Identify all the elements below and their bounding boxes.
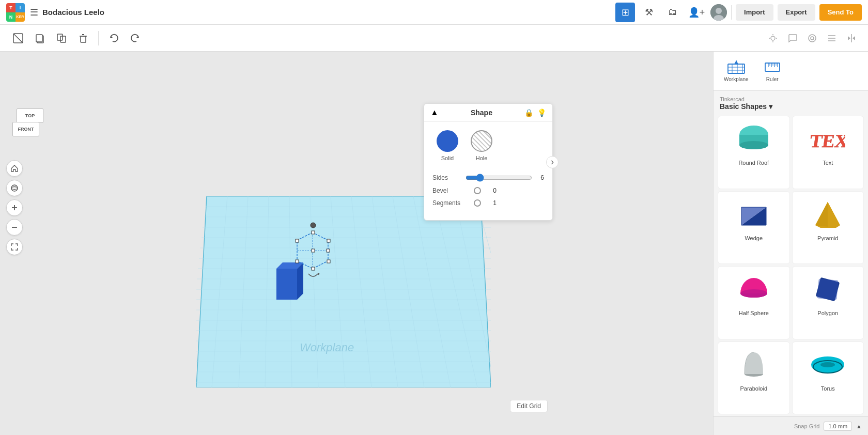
snap-grid-dropdown-icon[interactable]: ▲ — [856, 423, 862, 429]
portfolio-button[interactable]: 🗂 — [663, 3, 683, 22]
export-button[interactable]: Export — [778, 4, 815, 21]
info-icon[interactable]: 💡 — [537, 108, 546, 117]
shape-item-polygon[interactable]: Polygon — [792, 266, 864, 339]
segments-label: Segments — [432, 199, 474, 207]
svg-rect-6 — [36, 35, 42, 42]
duplicate-button[interactable] — [52, 28, 71, 48]
solid-option[interactable]: Solid — [437, 130, 458, 161]
align-icon[interactable] — [824, 30, 840, 46]
tools-button[interactable]: ⚒ — [639, 3, 659, 22]
svg-marker-89 — [734, 60, 738, 64]
svg-marker-13 — [136, 36, 138, 38]
fit-button[interactable] — [6, 239, 23, 255]
segments-dot[interactable] — [474, 199, 481, 207]
round-roof-thumb — [735, 120, 772, 158]
import-button[interactable]: Import — [736, 4, 773, 21]
svg-rect-74 — [327, 260, 330, 263]
svg-point-28 — [11, 187, 18, 190]
zoom-out-button[interactable] — [6, 219, 23, 236]
svg-point-80 — [311, 223, 316, 228]
svg-marker-68 — [297, 262, 303, 300]
document-icon[interactable]: ☰ — [30, 7, 38, 18]
sides-value: 6 — [537, 174, 544, 181]
shape-panel-icons: 🔒 💡 — [524, 108, 546, 117]
new-workplane-button[interactable] — [8, 28, 28, 48]
comment-icon[interactable] — [784, 30, 801, 46]
svg-marker-108 — [815, 202, 828, 227]
svg-point-116 — [820, 362, 835, 367]
view-cube-top[interactable]: TOP — [17, 108, 43, 123]
polygon-thumb — [809, 271, 846, 308]
svg-rect-112 — [817, 278, 839, 300]
shape-params: Sides 6 Bevel 0 Segments 1 — [424, 169, 552, 220]
send-to-button[interactable]: Send To — [819, 4, 862, 21]
undo-button[interactable] — [104, 28, 123, 48]
svg-point-110 — [740, 289, 767, 298]
torus-name: Torus — [821, 385, 835, 392]
light-icon[interactable] — [765, 30, 781, 46]
svg-text:Workplane: Workplane — [300, 341, 354, 354]
ruler-icon — [763, 60, 782, 74]
shapes-brand: Tinkercad — [720, 96, 772, 102]
svg-rect-73 — [327, 239, 330, 242]
svg-marker-32 — [196, 196, 491, 387]
view-cube-front[interactable]: FRONT — [12, 122, 39, 136]
project-title: Bodacious Leelo — [42, 8, 615, 17]
shape-gen-icon[interactable] — [804, 30, 820, 46]
svg-text:TEXT: TEXT — [810, 131, 845, 151]
svg-rect-9 — [81, 36, 86, 42]
svg-point-14 — [771, 36, 775, 40]
shape-panel: ▲ Shape 🔒 💡 Solid Hole — [424, 103, 553, 221]
half-sphere-thumb — [735, 271, 772, 308]
paraboloid-thumb — [735, 346, 772, 383]
shape-item-half-sphere[interactable]: Half Sphere — [718, 266, 790, 339]
sides-slider[interactable] — [466, 174, 532, 182]
ruler-button[interactable]: Ruler — [758, 57, 787, 85]
snap-grid-value[interactable]: 1.0 mm — [824, 422, 852, 431]
paraboloid-name: Paraboloid — [740, 385, 767, 392]
shape-item-paraboloid[interactable]: Paraboloid — [718, 341, 790, 415]
workplane-label: Workplane — [724, 76, 749, 82]
redo-button[interactable] — [126, 28, 145, 48]
copy-button[interactable] — [30, 28, 50, 48]
panel-expand-arrow[interactable]: › — [546, 156, 559, 168]
view-cube[interactable]: TOP FRONT — [12, 108, 48, 150]
lock-icon[interactable]: 🔒 — [524, 108, 533, 117]
zoom-in-button[interactable] — [6, 199, 23, 216]
user-avatar[interactable] — [710, 4, 727, 21]
svg-rect-78 — [312, 249, 315, 252]
tinkercad-logo[interactable]: T I N KER — [6, 3, 25, 22]
shape-item-text[interactable]: TEXT TEXT Text — [792, 116, 864, 189]
category-dropdown-icon[interactable]: ▾ — [769, 102, 772, 111]
svg-marker-26 — [853, 36, 855, 40]
logo-n: N — [6, 12, 16, 22]
delete-button[interactable] — [73, 28, 93, 48]
bevel-dot[interactable] — [474, 187, 481, 194]
shape-item-pyramid[interactable]: Pyramid — [792, 191, 864, 265]
add-person-button[interactable]: 👤+ — [687, 3, 706, 22]
sides-param-row: Sides 6 — [432, 174, 544, 182]
workplane-button[interactable]: Workplane — [719, 57, 754, 85]
shape-item-torus[interactable]: Torus — [792, 341, 864, 415]
home-button[interactable] — [6, 160, 23, 177]
edit-grid-button[interactable]: Edit Grid — [510, 400, 548, 412]
shape-panel-header: ▲ Shape 🔒 💡 — [424, 104, 552, 122]
panel-collapse-button[interactable]: ▲ — [430, 108, 439, 117]
shapes-grid: Round Roof TEXT TEXT Text — [714, 114, 868, 416]
mirror-icon[interactable] — [843, 30, 860, 46]
svg-point-100 — [739, 141, 768, 149]
hole-option[interactable]: Hole — [471, 130, 492, 161]
side-buttons — [6, 160, 23, 255]
orbit-button[interactable] — [6, 180, 23, 196]
shape-item-round-roof[interactable]: Round Roof — [718, 116, 790, 189]
bevel-param-row: Bevel 0 — [432, 187, 544, 194]
svg-point-1 — [716, 8, 722, 14]
workplane-grid[interactable]: Workplane — [196, 196, 491, 387]
shape-item-wedge[interactable]: Wedge — [718, 191, 790, 265]
bevel-value: 0 — [486, 187, 497, 194]
ruler-label: Ruler — [766, 76, 779, 82]
grid-view-button[interactable]: ⊞ — [615, 3, 635, 22]
wedge-name: Wedge — [745, 235, 763, 241]
right-panel-top: Workplane Ruler — [714, 52, 868, 91]
canvas-area[interactable]: TOP FRONT — [0, 52, 713, 435]
